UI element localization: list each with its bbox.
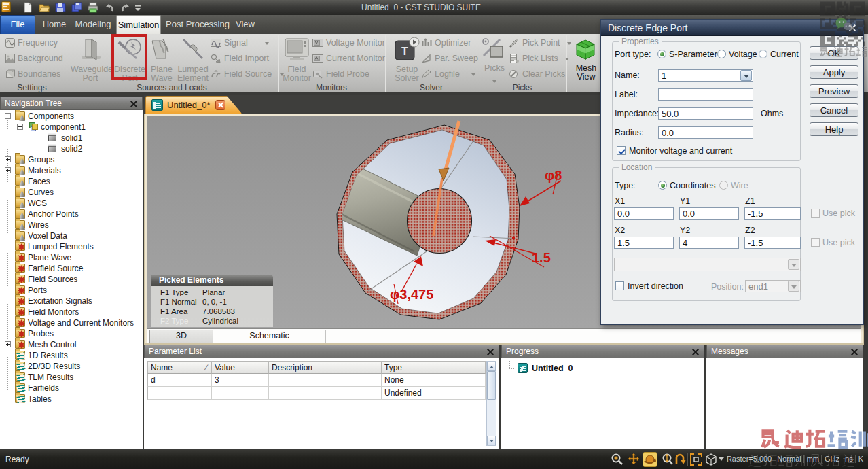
waveguide-port-button[interactable]: WaveguidePort: [71, 37, 110, 80]
radio-voltage[interactable]: [717, 50, 726, 58]
tree-item[interactable]: Tables: [0, 394, 143, 404]
tree-expander[interactable]: [5, 156, 11, 162]
plane-wave-button[interactable]: PlaneWave: [148, 37, 175, 80]
field-source-button[interactable]: Field Source: [224, 69, 284, 80]
tab-home[interactable]: Home: [39, 15, 69, 34]
invert-direction-checkbox[interactable]: [615, 281, 624, 290]
current-monitor-button[interactable]: Current Monitor: [326, 53, 385, 65]
radio-wire[interactable]: [719, 181, 728, 190]
zoom-in-icon[interactable]: [610, 452, 625, 467]
tree-item[interactable]: solid2: [0, 143, 143, 154]
tab-post-processing[interactable]: Post Processing: [165, 15, 230, 34]
position-combobox[interactable]: end1: [745, 280, 801, 292]
dialog-button[interactable]: Preview: [810, 84, 858, 98]
label-input[interactable]: [658, 88, 753, 101]
monitor-voltage-checkbox[interactable]: [617, 146, 626, 155]
name-combobox[interactable]: 1: [658, 69, 753, 82]
new-document-icon[interactable]: [22, 2, 34, 13]
column-name[interactable]: Name∕: [147, 361, 212, 374]
z2-input[interactable]: -1.5: [744, 237, 801, 249]
dialog-button[interactable]: Apply: [810, 65, 858, 79]
tree-item[interactable]: Plane Wave: [0, 252, 143, 263]
tree-item[interactable]: Probes: [0, 328, 143, 339]
tree-expander[interactable]: [5, 113, 11, 119]
z1-input[interactable]: -1.5: [744, 207, 801, 220]
tab-schematic[interactable]: Schematic: [213, 330, 326, 343]
tree-item[interactable]: Curves: [0, 187, 143, 198]
parameter-row[interactable]: d3 None: [147, 374, 486, 387]
spin-icon[interactable]: [672, 452, 687, 467]
tree-item[interactable]: Field Monitors: [0, 307, 143, 317]
field-probe-button[interactable]: Field Probe: [326, 69, 369, 80]
logfile-button[interactable]: Logfile: [435, 69, 475, 80]
radio-s-parameter[interactable]: [657, 50, 666, 58]
face-combobox[interactable]: [614, 258, 801, 271]
tree-item[interactable]: WCS: [0, 198, 143, 209]
tree-item[interactable]: Anchor Points: [0, 209, 143, 220]
radio-current[interactable]: [759, 50, 767, 58]
axes-cube-icon[interactable]: [704, 452, 719, 467]
save-icon[interactable]: [54, 2, 67, 13]
document-tab[interactable]: Untitled_0*: [145, 96, 242, 114]
close-icon[interactable]: [691, 348, 700, 356]
pick-point-button[interactable]: Pick Point: [522, 37, 571, 49]
clear-picks-button[interactable]: Clear Picks: [522, 69, 565, 80]
column-value[interactable]: Value: [212, 361, 269, 374]
document-tab-close-icon[interactable]: [215, 100, 225, 110]
tree-item[interactable]: 2D/3D Results: [0, 361, 143, 372]
tree-item[interactable]: Components: [0, 111, 143, 122]
fit-view-icon[interactable]: [689, 452, 704, 467]
tree-item[interactable]: Field Sources: [0, 274, 143, 285]
optimizer-button[interactable]: Optimizer: [435, 37, 471, 49]
frequency-button[interactable]: Frequency: [18, 37, 58, 49]
tree-item[interactable]: Farfields: [0, 383, 143, 394]
boundaries-button[interactable]: Boundaries: [18, 69, 60, 80]
dialog-button[interactable]: Help: [810, 122, 858, 136]
scroll-thumb[interactable]: [487, 371, 496, 400]
column-type[interactable]: Type: [382, 361, 486, 374]
close-icon[interactable]: [130, 100, 138, 108]
name-combo-caret[interactable]: [740, 70, 752, 81]
rotate-icon[interactable]: [643, 452, 657, 467]
column-description[interactable]: Description: [269, 361, 382, 374]
pan-icon[interactable]: [626, 452, 641, 467]
dialog-close-icon[interactable]: [848, 24, 856, 32]
tree-item[interactable]: Materials: [0, 165, 143, 176]
tab-simulation[interactable]: Simulation: [116, 15, 161, 34]
tab-file[interactable]: File: [0, 15, 35, 34]
background-button[interactable]: Background: [18, 53, 63, 65]
pick-lists-button[interactable]: Pick Lists: [522, 53, 569, 65]
signal-button[interactable]: Signal: [224, 37, 269, 49]
tree-item[interactable]: Mesh Control: [0, 339, 143, 350]
tree-item[interactable]: Voxel Data: [0, 230, 143, 241]
tree-item[interactable]: Ports: [0, 285, 143, 296]
impedance-input[interactable]: 50.0: [658, 107, 753, 120]
tree-item[interactable]: Faces: [0, 176, 143, 187]
tree-expander[interactable]: [5, 167, 11, 173]
mesh-view-button[interactable]: MeshView: [573, 37, 599, 87]
x1-input[interactable]: 0.0: [614, 207, 674, 220]
tree-item[interactable]: Wires: [0, 220, 143, 230]
tree-expander[interactable]: [17, 124, 23, 130]
tree-expander[interactable]: [5, 341, 11, 347]
tab-view[interactable]: View: [232, 15, 258, 34]
tree-item[interactable]: Farfield Source: [0, 263, 143, 274]
voltage-monitor-button[interactable]: Voltage Monitor: [326, 37, 385, 49]
copy-icon[interactable]: [71, 2, 83, 13]
tree-item[interactable]: solid1: [0, 133, 143, 143]
radio-coordinates[interactable]: [658, 181, 667, 190]
view-options-caret[interactable]: [719, 457, 724, 461]
tree-item[interactable]: Lumped Elements: [0, 241, 143, 252]
toolbar-options-caret[interactable]: [134, 2, 142, 13]
field-import-button[interactable]: Field Import: [224, 53, 269, 65]
tab-3d[interactable]: 3D: [149, 330, 213, 343]
tree-item[interactable]: Excitation Signals: [0, 296, 143, 307]
open-folder-icon[interactable]: [38, 2, 50, 13]
setup-solver-button[interactable]: T SetupSolver: [393, 37, 421, 80]
tree-item[interactable]: Groups: [0, 154, 143, 165]
use-pick1-checkbox[interactable]: [811, 209, 820, 218]
undo-icon[interactable]: [103, 2, 115, 13]
dialog-title-bar[interactable]: Discrete Edge Port: [601, 20, 863, 36]
tree-item[interactable]: component1: [0, 122, 143, 133]
print-icon[interactable]: [87, 2, 99, 13]
